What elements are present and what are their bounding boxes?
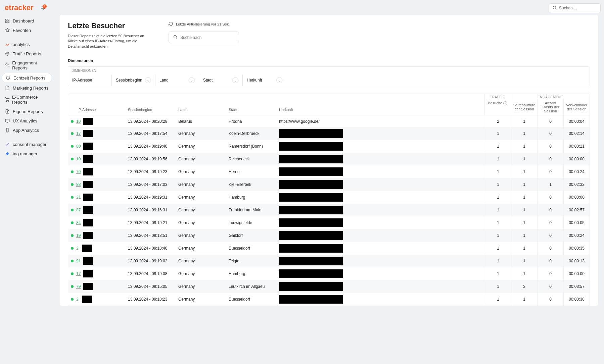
consent-icon xyxy=(5,142,10,147)
visitors-table: IP-Adresse Sessionbeginn Land Stadt Herk… xyxy=(68,94,590,306)
ip-link[interactable]: 79 xyxy=(76,284,81,289)
cell-land: Belarus xyxy=(176,115,226,127)
notification-badge: 1 xyxy=(43,4,47,8)
report-search[interactable] xyxy=(169,32,239,43)
cell-besuche: 1 xyxy=(485,204,511,216)
ip-link[interactable]: 2. xyxy=(76,246,80,251)
chevron-down-icon[interactable]: ⌄ xyxy=(276,77,282,83)
cell-stadt: Gaildorf xyxy=(226,229,276,242)
redacted-block xyxy=(83,232,93,239)
dimension-chip[interactable]: IP-Adresse xyxy=(68,74,112,86)
cell-sessionbeginn: 13.09.2024 - 09:18:40 xyxy=(125,242,176,255)
th-sessionbeginn[interactable]: Sessionbeginn xyxy=(125,94,176,115)
redacted-block xyxy=(83,283,93,290)
redacted-block xyxy=(83,143,93,150)
ip-link[interactable]: 10 xyxy=(76,119,81,124)
status-dot-icon xyxy=(71,158,74,160)
dimension-chip[interactable]: Sessionbeginn⌄ xyxy=(112,74,155,86)
sidebar-item-consent[interactable]: consent manager xyxy=(0,140,54,149)
cell-verweildauer: 00:02:32 xyxy=(563,178,590,191)
redacted-block xyxy=(279,129,343,138)
cell-sessionbeginn: 13.09.2024 - 09:19:21 xyxy=(125,216,176,229)
cell-seitenaufrufe: 1 xyxy=(511,267,537,280)
sidebar-item-eigene[interactable]: Eigene Reports xyxy=(0,107,54,116)
th-verweildauer[interactable]: Verweildauer der Session xyxy=(563,99,590,115)
cell-verweildauer: 00:00:00 xyxy=(563,153,590,165)
global-search[interactable] xyxy=(549,3,601,13)
sidebar-item-marketing[interactable]: Marketing Reports xyxy=(0,83,54,93)
cell-stadt: Duesseldorf xyxy=(226,293,276,306)
sidebar-item-ecommerce[interactable]: E-Commerce Reports xyxy=(0,93,54,107)
ip-link[interactable]: 10 xyxy=(76,157,81,161)
table-row: 8013.09.2024 - 09:19:40GermanyRamersdorf… xyxy=(68,140,590,153)
nav-label: Marketing Reports xyxy=(13,86,48,91)
cell-ip: 10 xyxy=(68,115,125,127)
ip-link[interactable]: 87 xyxy=(76,208,81,212)
redacted-block xyxy=(82,296,92,303)
sidebar-item-engagement[interactable]: Engagement Reports xyxy=(0,58,54,72)
table-row: 8713.09.2024 - 09:16:31GermanyFrankfurt … xyxy=(68,204,590,216)
sidebar-item-echtzeit[interactable]: Echtzeit Reports xyxy=(2,73,52,83)
ip-link[interactable]: 84 xyxy=(76,220,81,225)
cell-events: 0 xyxy=(537,216,563,229)
report-search-input[interactable] xyxy=(180,35,235,40)
ip-link[interactable]: 91 xyxy=(76,259,81,263)
sidebar-item-dashboard[interactable]: Dashboard xyxy=(0,16,54,25)
redacted-block xyxy=(83,130,93,137)
th-herkunft[interactable]: Herkunft xyxy=(276,94,484,115)
sidebar-item-favoriten[interactable]: Favoriten xyxy=(0,25,54,35)
th-besuche[interactable]: Besuchei xyxy=(484,99,511,107)
sidebar-item-ux[interactable]: UX Analytics xyxy=(0,116,54,125)
th-events[interactable]: Anzahl Events der Session xyxy=(537,99,563,115)
cell-herkunft xyxy=(276,216,485,229)
th-seitenaufrufe[interactable]: Seitenaufrufe der Session xyxy=(511,99,537,115)
svg-point-13 xyxy=(553,6,556,9)
status-dot-icon xyxy=(71,132,74,135)
cell-land: Germany xyxy=(176,229,226,242)
cell-besuche: 1 xyxy=(485,293,511,306)
ip-link[interactable]: 17 xyxy=(76,271,81,276)
global-search-input[interactable] xyxy=(559,6,597,10)
notifications-button[interactable]: 1 xyxy=(41,5,46,11)
ip-link[interactable]: 80 xyxy=(76,144,81,149)
chevron-down-icon[interactable]: ⌄ xyxy=(232,77,238,83)
cell-ip: 88 xyxy=(68,178,125,191)
dimension-chip[interactable]: Stadt⌄ xyxy=(199,74,243,86)
chevron-down-icon[interactable]: ⌄ xyxy=(189,77,195,83)
sidebar-item-traffic[interactable]: Traffic Reports xyxy=(0,49,54,58)
cell-verweildauer: 00:00:35 xyxy=(563,242,590,255)
th-ip[interactable]: IP-Adresse xyxy=(68,94,125,115)
group-engagement-label: ENGAGEMENT xyxy=(511,94,590,99)
table-row: 1713.09.2024 - 09:19:08GermanyHamburg110… xyxy=(68,267,590,280)
cell-herkunft xyxy=(276,153,485,165)
cell-ip: 17 xyxy=(68,267,125,280)
cell-ip: 79 xyxy=(68,280,125,293)
cell-land: Germany xyxy=(176,293,226,306)
cell-sessionbeginn: 13.09.2024 - 09:18:51 xyxy=(125,229,176,242)
sidebar-item-analytics[interactable]: analytics xyxy=(0,40,54,49)
ip-link[interactable]: 79 xyxy=(76,169,81,174)
ip-link[interactable]: 17 xyxy=(76,131,81,136)
dimension-chip[interactable]: Land⌄ xyxy=(155,74,199,86)
sidebar-item-tag[interactable]: tag manager xyxy=(0,149,54,158)
ip-link[interactable]: 2. xyxy=(76,297,80,302)
ip-link[interactable]: 88 xyxy=(76,182,81,187)
th-stadt[interactable]: Stadt xyxy=(226,94,276,115)
cell-seitenaufrufe: 1 xyxy=(511,191,537,204)
dimension-chip[interactable]: Herkunft⌄ xyxy=(243,74,286,86)
status-dot-icon xyxy=(71,285,74,288)
ip-link[interactable]: 19 xyxy=(76,233,81,238)
echtzeit-icon xyxy=(5,75,11,81)
svg-point-6 xyxy=(6,64,7,65)
cell-herkunft xyxy=(276,165,485,178)
ip-link[interactable]: 21 xyxy=(76,195,81,200)
table-row: 1013.09.2024 - 09:20:28BelarusHrodnahttp… xyxy=(68,115,590,127)
th-land[interactable]: Land xyxy=(176,94,226,115)
cell-stadt: Hrodna xyxy=(226,115,276,127)
chevron-down-icon[interactable]: ⌄ xyxy=(145,77,151,83)
nav-label: Favoriten xyxy=(13,28,31,33)
page-title: Letzte Besucher xyxy=(68,21,155,30)
status-dot-icon xyxy=(71,120,74,123)
sidebar-item-app[interactable]: App Analytics xyxy=(0,125,54,135)
favoriten-icon xyxy=(5,28,10,33)
